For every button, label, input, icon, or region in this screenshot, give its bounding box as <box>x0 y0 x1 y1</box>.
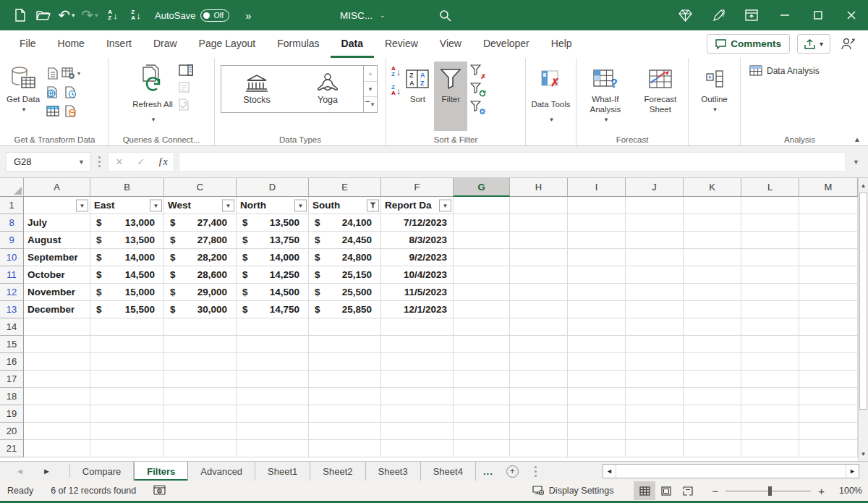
cell[interactable] <box>454 301 510 318</box>
cell[interactable] <box>24 318 90 336</box>
currency-cell[interactable]: $15,000 <box>90 284 164 301</box>
sheet-prev-icon[interactable]: ◄ <box>16 467 24 475</box>
cell[interactable] <box>309 405 381 423</box>
reapply-filter-icon[interactable] <box>470 83 481 96</box>
tab-view[interactable]: View <box>429 30 472 58</box>
currency-cell[interactable]: $14,750 <box>237 301 309 318</box>
row-header-13[interactable]: 13 <box>0 301 24 318</box>
new-sheet-button[interactable]: + <box>501 462 524 481</box>
sort-descending-button[interactable]: ZA↓ <box>391 85 401 96</box>
cell[interactable] <box>309 353 381 371</box>
macro-record-icon[interactable] <box>153 485 166 497</box>
gallery-expand-icon[interactable]: ▔▼ <box>364 97 377 112</box>
month-cell[interactable]: July <box>24 214 90 232</box>
new-file-icon[interactable] <box>10 4 30 26</box>
cell[interactable] <box>510 371 568 388</box>
tab-insert[interactable]: Insert <box>95 30 142 58</box>
cell[interactable] <box>684 214 741 232</box>
currency-cell[interactable]: $15,500 <box>90 301 164 318</box>
cell[interactable] <box>741 318 799 336</box>
column-header-J[interactable]: J <box>626 178 684 197</box>
sort-za-button[interactable]: ZA↓ <box>126 4 146 26</box>
date-cell[interactable]: 11/5/2023 <box>381 284 454 301</box>
filter-header-cell-L[interactable] <box>741 197 799 214</box>
cell[interactable] <box>684 388 741 405</box>
cell[interactable] <box>164 318 237 336</box>
cell[interactable] <box>799 423 858 440</box>
cell[interactable] <box>454 284 510 301</box>
filter-header-cell-E[interactable]: South <box>309 197 381 214</box>
cell[interactable] <box>237 318 309 336</box>
vertical-scrollbar[interactable]: ▲ ▼ <box>858 178 868 461</box>
row-header-16[interactable]: 16 <box>0 353 24 371</box>
from-text-icon[interactable] <box>44 64 61 83</box>
get-data-button[interactable]: Get Data ▾ <box>4 62 43 131</box>
currency-cell[interactable]: $14,500 <box>90 266 164 284</box>
row-header-1[interactable]: 1 <box>0 197 24 214</box>
row-header-21[interactable]: 21 <box>0 440 24 457</box>
filter-dropdown-icon[interactable]: ▼ <box>150 199 162 211</box>
column-header-A[interactable]: A <box>24 178 90 197</box>
cell[interactable] <box>626 353 684 371</box>
cell[interactable] <box>24 440 90 457</box>
column-header-B[interactable]: B <box>90 178 164 197</box>
cell[interactable] <box>510 353 568 371</box>
tab-help[interactable]: Help <box>540 30 583 58</box>
cell[interactable] <box>454 371 510 388</box>
people-icon[interactable] <box>838 38 858 51</box>
filter-dropdown-icon[interactable]: ▼ <box>439 199 451 211</box>
zoom-slider[interactable] <box>726 491 811 491</box>
cell[interactable] <box>309 388 381 405</box>
cell[interactable] <box>626 405 684 423</box>
cell[interactable] <box>799 440 858 457</box>
cell[interactable] <box>568 353 626 371</box>
scroll-left-icon[interactable]: ◄ <box>603 465 616 478</box>
view-page-layout-button[interactable] <box>655 481 677 500</box>
cell[interactable] <box>510 388 568 405</box>
cell[interactable] <box>799 353 858 371</box>
cell[interactable] <box>510 336 568 353</box>
currency-cell[interactable]: $24,100 <box>309 214 381 232</box>
row-header-14[interactable]: 14 <box>0 318 24 336</box>
filter-header-cell-C[interactable]: West▼ <box>164 197 237 214</box>
currency-cell[interactable]: $25,150 <box>309 266 381 284</box>
formula-input[interactable] <box>179 152 846 172</box>
filter-dropdown-icon[interactable]: ▼ <box>294 199 307 211</box>
column-header-M[interactable]: M <box>799 178 858 197</box>
namebox-resize-handle[interactable] <box>95 156 103 167</box>
horizontal-scrollbar[interactable]: ◄ ► <box>603 464 859 478</box>
cell[interactable] <box>454 336 510 353</box>
row-header-20[interactable]: 20 <box>0 423 24 440</box>
cell[interactable] <box>237 405 309 423</box>
currency-cell[interactable]: $14,000 <box>237 249 309 266</box>
cell[interactable] <box>741 423 799 440</box>
cell[interactable] <box>568 405 626 423</box>
currency-cell[interactable]: $14,000 <box>90 249 164 266</box>
cell[interactable] <box>309 371 381 388</box>
insert-function-icon[interactable]: ƒx <box>152 156 174 168</box>
cell[interactable] <box>626 440 684 457</box>
column-header-D[interactable]: D <box>237 178 309 197</box>
cell[interactable] <box>626 301 684 318</box>
currency-cell[interactable]: $13,500 <box>90 232 164 249</box>
cell[interactable] <box>684 232 741 249</box>
cell[interactable] <box>90 440 164 457</box>
sort-az-button[interactable]: AZ↓ <box>103 4 123 26</box>
filter-header-cell-K[interactable] <box>684 197 741 214</box>
recent-sources-icon[interactable] <box>61 83 80 101</box>
cell[interactable] <box>237 336 309 353</box>
cell[interactable] <box>510 249 568 266</box>
filter-dropdown-icon[interactable]: ▼ <box>76 199 88 211</box>
cell[interactable] <box>741 249 799 266</box>
cell[interactable] <box>741 284 799 301</box>
cell[interactable] <box>684 318 741 336</box>
cell[interactable] <box>237 423 309 440</box>
date-cell[interactable]: 10/4/2023 <box>381 266 454 284</box>
cell[interactable] <box>568 301 626 318</box>
cell[interactable] <box>799 301 858 318</box>
cell[interactable] <box>568 232 626 249</box>
cell[interactable] <box>237 371 309 388</box>
cell[interactable] <box>510 440 568 457</box>
scroll-up-icon[interactable]: ▲ <box>859 178 868 193</box>
cell[interactable] <box>741 371 799 388</box>
